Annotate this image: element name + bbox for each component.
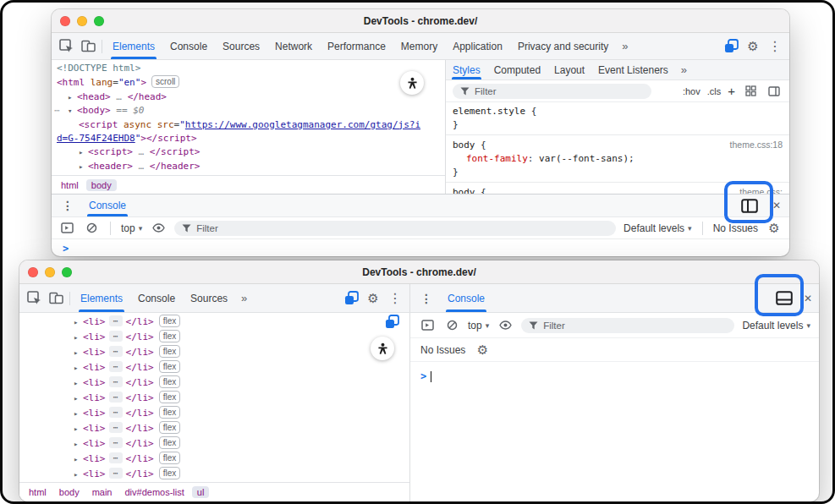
expand-arrow-icon[interactable]: ▸: [74, 436, 83, 452]
expand-arrow-icon[interactable]: ▸: [74, 375, 83, 391]
dom-tree-line[interactable]: <script async src="https://www.googletag…: [52, 118, 445, 132]
expand-arrow-icon[interactable]: ▸: [74, 360, 83, 375]
console-filter-input[interactable]: Filter: [174, 221, 616, 236]
breadcrumb-item[interactable]: div#demos-list: [119, 486, 189, 498]
settings-gear-icon[interactable]: ⚙: [362, 284, 384, 312]
expand-arrow-icon[interactable]: ▾: [68, 104, 77, 118]
expand-arrow-icon[interactable]: ▸: [74, 421, 83, 436]
tab-styles[interactable]: Styles: [446, 60, 487, 79]
tab-performance[interactable]: Performance: [320, 33, 393, 59]
tab-console[interactable]: Console: [130, 284, 183, 312]
tab-event-listeners[interactable]: Event Listeners: [591, 60, 675, 79]
dom-tree-line[interactable]: ▸<li>⋯</li>flex: [19, 436, 409, 452]
expand-arrow-icon[interactable]: ▸: [74, 406, 83, 421]
badge-flex[interactable]: flex: [159, 360, 181, 373]
expand-arrow-icon[interactable]: ▸: [74, 345, 83, 360]
node-menu-icon[interactable]: ⋯: [54, 104, 60, 118]
close-panel-button[interactable]: ✕: [804, 293, 812, 304]
console-filter-input[interactable]: Filter: [521, 318, 734, 333]
cast-button[interactable]: [385, 315, 399, 329]
expand-arrow-icon[interactable]: ▸: [74, 467, 83, 482]
zoom-button[interactable]: [94, 16, 104, 26]
breadcrumb-item[interactable]: html: [56, 179, 84, 191]
dom-tree-line[interactable]: ▸<head> … </head>: [52, 90, 445, 104]
breadcrumb-item[interactable]: ul: [192, 486, 210, 498]
issues-status[interactable]: No Issues: [713, 222, 758, 234]
tab-computed[interactable]: Computed: [487, 60, 547, 79]
expand-arrow-icon[interactable]: ▸: [79, 160, 88, 173]
dom-tree-line[interactable]: ▸<li>⋯</li>flex: [19, 330, 409, 345]
dom-tree-line[interactable]: ▸<script> … </script>: [52, 145, 445, 159]
clear-console-button[interactable]: [443, 320, 460, 331]
css-selector[interactable]: body: [453, 139, 475, 152]
tab-memory[interactable]: Memory: [393, 33, 445, 59]
badge-flex[interactable]: flex: [159, 421, 181, 434]
badge-flex[interactable]: flex: [159, 436, 181, 449]
stylesheet-link[interactable]: theme.css:: [739, 185, 783, 194]
tab-sources[interactable]: Sources: [215, 33, 267, 59]
accessibility-button[interactable]: [400, 71, 424, 95]
stylesheet-link[interactable]: theme.css:18: [730, 138, 783, 151]
sidebar-panel-icon[interactable]: [766, 86, 783, 96]
expand-arrow-icon[interactable]: ▸: [74, 330, 83, 345]
dom-tree-line[interactable]: ▸<li>⋯</li>flex: [19, 406, 409, 421]
device-toolbar-button[interactable]: [45, 284, 67, 312]
expand-arrow-icon[interactable]: ▸: [74, 391, 83, 406]
css-rule[interactable]: body {theme.css:18 font-family: var(--fo…: [446, 138, 789, 179]
tab-privacy-and-security[interactable]: Privacy and security: [510, 33, 616, 59]
settings-gear-icon[interactable]: ⚙: [742, 33, 764, 59]
css-rule[interactable]: body {theme.css:: [446, 185, 789, 194]
dom-tree-line[interactable]: <html lang="en">scroll: [52, 75, 445, 90]
device-toolbar-button[interactable]: [77, 33, 99, 59]
close-button[interactable]: [28, 267, 38, 277]
badge-flex[interactable]: flex: [159, 391, 181, 403]
live-expression-button[interactable]: [150, 223, 167, 233]
tab-elements[interactable]: Elements: [73, 284, 130, 312]
minimize-button[interactable]: [77, 16, 87, 26]
pseudo-state-button[interactable]: :hov: [683, 86, 700, 96]
tab-sources[interactable]: Sources: [183, 284, 235, 312]
close-button[interactable]: [60, 16, 70, 26]
dom-tree-line[interactable]: ▸<header> … </header>: [52, 160, 445, 173]
clear-console-button[interactable]: [83, 222, 100, 233]
dom-tree-line[interactable]: ▸<li>⋯</li>flex: [19, 375, 409, 391]
issues-status[interactable]: No Issues: [420, 344, 465, 356]
dom-tree-line[interactable]: ▸<li>⋯</li>flex: [19, 452, 409, 467]
breadcrumb-item[interactable]: html: [24, 486, 52, 498]
dom-tree-line[interactable]: ▸<main: [52, 173, 445, 175]
cast-button[interactable]: [720, 33, 742, 59]
new-style-rule-button[interactable]: +: [728, 84, 735, 98]
tab-console[interactable]: Console: [162, 33, 215, 59]
dock-side-button[interactable]: [739, 199, 761, 213]
dom-tree-line[interactable]: ▸<li>⋯</li>flex: [19, 467, 409, 482]
badge-flex[interactable]: flex: [159, 330, 181, 342]
javascript-context-selector[interactable]: top▾: [121, 222, 142, 234]
expand-arrow-icon[interactable]: ▸: [79, 145, 88, 159]
tab-elements[interactable]: Elements: [105, 33, 162, 59]
dom-tree-line[interactable]: ⋯▾<body> == $0: [52, 104, 445, 118]
expand-arrow-icon[interactable]: ▸: [74, 315, 83, 330]
breadcrumb-item[interactable]: body: [86, 179, 117, 191]
css-selector[interactable]: element.style: [453, 105, 525, 118]
badge-scroll[interactable]: scroll: [151, 75, 179, 88]
tab-console-drawer[interactable]: Console: [84, 194, 131, 216]
styles-filter-input[interactable]: Filter: [453, 84, 651, 99]
badge-flex[interactable]: flex: [159, 345, 181, 358]
settings-gear-icon[interactable]: ⚙: [766, 222, 783, 234]
badge-flex[interactable]: flex: [159, 467, 181, 479]
zoom-button[interactable]: [62, 267, 72, 277]
dom-tree-line[interactable]: ▸<li>⋯</li>flex: [19, 345, 409, 360]
badge-flex[interactable]: flex: [159, 406, 181, 419]
dock-bottom-button[interactable]: [773, 291, 795, 305]
more-tabs-icon[interactable]: »: [235, 284, 253, 312]
css-property-value[interactable]: var(--font-sans): [539, 152, 629, 166]
kebab-menu-icon[interactable]: ⋮: [384, 284, 406, 312]
badge-flex[interactable]: flex: [159, 315, 181, 327]
tab-console-panel[interactable]: Console: [442, 284, 490, 312]
badge-flex[interactable]: flex: [159, 375, 181, 388]
settings-gear-icon[interactable]: ⚙: [474, 343, 491, 356]
more-tabs-icon[interactable]: »: [675, 60, 693, 79]
tab-application[interactable]: Application: [445, 33, 510, 59]
console-sidebar-button[interactable]: [58, 222, 75, 233]
dom-tree-line[interactable]: ▸<li>⋯</li>flex: [19, 421, 409, 436]
